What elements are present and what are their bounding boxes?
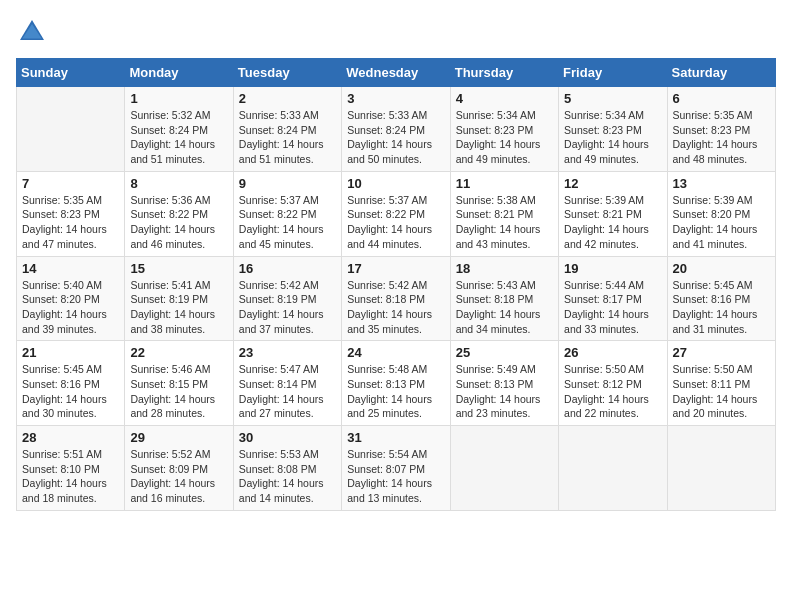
day-number: 26 — [564, 345, 661, 360]
calendar-day-cell: 23Sunrise: 5:47 AM Sunset: 8:14 PM Dayli… — [233, 341, 341, 426]
day-info: Sunrise: 5:54 AM Sunset: 8:07 PM Dayligh… — [347, 447, 444, 506]
calendar-day-cell: 6Sunrise: 5:35 AM Sunset: 8:23 PM Daylig… — [667, 87, 775, 172]
day-info: Sunrise: 5:45 AM Sunset: 8:16 PM Dayligh… — [22, 362, 119, 421]
calendar-day-cell: 12Sunrise: 5:39 AM Sunset: 8:21 PM Dayli… — [559, 171, 667, 256]
weekday-header-cell: Monday — [125, 59, 233, 87]
calendar-week-row: 28Sunrise: 5:51 AM Sunset: 8:10 PM Dayli… — [17, 426, 776, 511]
calendar-day-cell: 11Sunrise: 5:38 AM Sunset: 8:21 PM Dayli… — [450, 171, 558, 256]
weekday-header-row: SundayMondayTuesdayWednesdayThursdayFrid… — [17, 59, 776, 87]
day-number: 23 — [239, 345, 336, 360]
day-number: 19 — [564, 261, 661, 276]
day-number: 30 — [239, 430, 336, 445]
calendar-day-cell: 25Sunrise: 5:49 AM Sunset: 8:13 PM Dayli… — [450, 341, 558, 426]
day-number: 20 — [673, 261, 770, 276]
day-info: Sunrise: 5:41 AM Sunset: 8:19 PM Dayligh… — [130, 278, 227, 337]
day-number: 2 — [239, 91, 336, 106]
day-info: Sunrise: 5:32 AM Sunset: 8:24 PM Dayligh… — [130, 108, 227, 167]
day-number: 27 — [673, 345, 770, 360]
day-info: Sunrise: 5:50 AM Sunset: 8:12 PM Dayligh… — [564, 362, 661, 421]
calendar-day-cell: 10Sunrise: 5:37 AM Sunset: 8:22 PM Dayli… — [342, 171, 450, 256]
calendar-day-cell: 16Sunrise: 5:42 AM Sunset: 8:19 PM Dayli… — [233, 256, 341, 341]
day-info: Sunrise: 5:37 AM Sunset: 8:22 PM Dayligh… — [347, 193, 444, 252]
calendar-day-cell: 19Sunrise: 5:44 AM Sunset: 8:17 PM Dayli… — [559, 256, 667, 341]
day-info: Sunrise: 5:53 AM Sunset: 8:08 PM Dayligh… — [239, 447, 336, 506]
calendar-day-cell: 13Sunrise: 5:39 AM Sunset: 8:20 PM Dayli… — [667, 171, 775, 256]
calendar-day-cell — [667, 426, 775, 511]
day-number: 24 — [347, 345, 444, 360]
calendar-day-cell: 9Sunrise: 5:37 AM Sunset: 8:22 PM Daylig… — [233, 171, 341, 256]
calendar-day-cell: 29Sunrise: 5:52 AM Sunset: 8:09 PM Dayli… — [125, 426, 233, 511]
day-number: 21 — [22, 345, 119, 360]
calendar-day-cell: 31Sunrise: 5:54 AM Sunset: 8:07 PM Dayli… — [342, 426, 450, 511]
day-number: 18 — [456, 261, 553, 276]
day-info: Sunrise: 5:35 AM Sunset: 8:23 PM Dayligh… — [22, 193, 119, 252]
weekday-header-cell: Tuesday — [233, 59, 341, 87]
day-number: 16 — [239, 261, 336, 276]
day-number: 10 — [347, 176, 444, 191]
weekday-header-cell: Saturday — [667, 59, 775, 87]
weekday-header-cell: Sunday — [17, 59, 125, 87]
day-number: 9 — [239, 176, 336, 191]
calendar-day-cell: 20Sunrise: 5:45 AM Sunset: 8:16 PM Dayli… — [667, 256, 775, 341]
calendar-day-cell: 15Sunrise: 5:41 AM Sunset: 8:19 PM Dayli… — [125, 256, 233, 341]
day-info: Sunrise: 5:35 AM Sunset: 8:23 PM Dayligh… — [673, 108, 770, 167]
calendar-day-cell: 4Sunrise: 5:34 AM Sunset: 8:23 PM Daylig… — [450, 87, 558, 172]
day-number: 5 — [564, 91, 661, 106]
calendar-day-cell: 22Sunrise: 5:46 AM Sunset: 8:15 PM Dayli… — [125, 341, 233, 426]
day-number: 29 — [130, 430, 227, 445]
day-info: Sunrise: 5:39 AM Sunset: 8:20 PM Dayligh… — [673, 193, 770, 252]
day-info: Sunrise: 5:33 AM Sunset: 8:24 PM Dayligh… — [347, 108, 444, 167]
logo-icon — [16, 16, 48, 48]
day-info: Sunrise: 5:36 AM Sunset: 8:22 PM Dayligh… — [130, 193, 227, 252]
day-number: 4 — [456, 91, 553, 106]
calendar-day-cell — [17, 87, 125, 172]
day-info: Sunrise: 5:50 AM Sunset: 8:11 PM Dayligh… — [673, 362, 770, 421]
day-number: 8 — [130, 176, 227, 191]
day-info: Sunrise: 5:37 AM Sunset: 8:22 PM Dayligh… — [239, 193, 336, 252]
calendar-week-row: 7Sunrise: 5:35 AM Sunset: 8:23 PM Daylig… — [17, 171, 776, 256]
calendar-week-row: 14Sunrise: 5:40 AM Sunset: 8:20 PM Dayli… — [17, 256, 776, 341]
day-info: Sunrise: 5:42 AM Sunset: 8:19 PM Dayligh… — [239, 278, 336, 337]
day-info: Sunrise: 5:48 AM Sunset: 8:13 PM Dayligh… — [347, 362, 444, 421]
calendar-day-cell: 27Sunrise: 5:50 AM Sunset: 8:11 PM Dayli… — [667, 341, 775, 426]
day-number: 14 — [22, 261, 119, 276]
calendar-day-cell: 21Sunrise: 5:45 AM Sunset: 8:16 PM Dayli… — [17, 341, 125, 426]
day-number: 31 — [347, 430, 444, 445]
calendar-day-cell: 26Sunrise: 5:50 AM Sunset: 8:12 PM Dayli… — [559, 341, 667, 426]
day-info: Sunrise: 5:38 AM Sunset: 8:21 PM Dayligh… — [456, 193, 553, 252]
calendar-day-cell — [559, 426, 667, 511]
calendar-day-cell — [450, 426, 558, 511]
day-info: Sunrise: 5:33 AM Sunset: 8:24 PM Dayligh… — [239, 108, 336, 167]
day-info: Sunrise: 5:47 AM Sunset: 8:14 PM Dayligh… — [239, 362, 336, 421]
day-number: 13 — [673, 176, 770, 191]
calendar-day-cell: 2Sunrise: 5:33 AM Sunset: 8:24 PM Daylig… — [233, 87, 341, 172]
calendar-day-cell: 3Sunrise: 5:33 AM Sunset: 8:24 PM Daylig… — [342, 87, 450, 172]
calendar-day-cell: 5Sunrise: 5:34 AM Sunset: 8:23 PM Daylig… — [559, 87, 667, 172]
calendar-table: SundayMondayTuesdayWednesdayThursdayFrid… — [16, 58, 776, 511]
day-number: 3 — [347, 91, 444, 106]
day-info: Sunrise: 5:44 AM Sunset: 8:17 PM Dayligh… — [564, 278, 661, 337]
day-info: Sunrise: 5:34 AM Sunset: 8:23 PM Dayligh… — [564, 108, 661, 167]
header — [16, 16, 776, 48]
calendar-day-cell: 8Sunrise: 5:36 AM Sunset: 8:22 PM Daylig… — [125, 171, 233, 256]
day-number: 22 — [130, 345, 227, 360]
day-info: Sunrise: 5:51 AM Sunset: 8:10 PM Dayligh… — [22, 447, 119, 506]
calendar-day-cell: 30Sunrise: 5:53 AM Sunset: 8:08 PM Dayli… — [233, 426, 341, 511]
calendar-week-row: 1Sunrise: 5:32 AM Sunset: 8:24 PM Daylig… — [17, 87, 776, 172]
calendar-day-cell: 1Sunrise: 5:32 AM Sunset: 8:24 PM Daylig… — [125, 87, 233, 172]
calendar-day-cell: 24Sunrise: 5:48 AM Sunset: 8:13 PM Dayli… — [342, 341, 450, 426]
day-number: 28 — [22, 430, 119, 445]
day-number: 17 — [347, 261, 444, 276]
day-info: Sunrise: 5:46 AM Sunset: 8:15 PM Dayligh… — [130, 362, 227, 421]
day-number: 11 — [456, 176, 553, 191]
day-info: Sunrise: 5:40 AM Sunset: 8:20 PM Dayligh… — [22, 278, 119, 337]
day-number: 1 — [130, 91, 227, 106]
weekday-header-cell: Wednesday — [342, 59, 450, 87]
day-info: Sunrise: 5:43 AM Sunset: 8:18 PM Dayligh… — [456, 278, 553, 337]
calendar-day-cell: 17Sunrise: 5:42 AM Sunset: 8:18 PM Dayli… — [342, 256, 450, 341]
day-info: Sunrise: 5:52 AM Sunset: 8:09 PM Dayligh… — [130, 447, 227, 506]
weekday-header-cell: Thursday — [450, 59, 558, 87]
day-info: Sunrise: 5:39 AM Sunset: 8:21 PM Dayligh… — [564, 193, 661, 252]
day-number: 12 — [564, 176, 661, 191]
calendar-day-cell: 18Sunrise: 5:43 AM Sunset: 8:18 PM Dayli… — [450, 256, 558, 341]
